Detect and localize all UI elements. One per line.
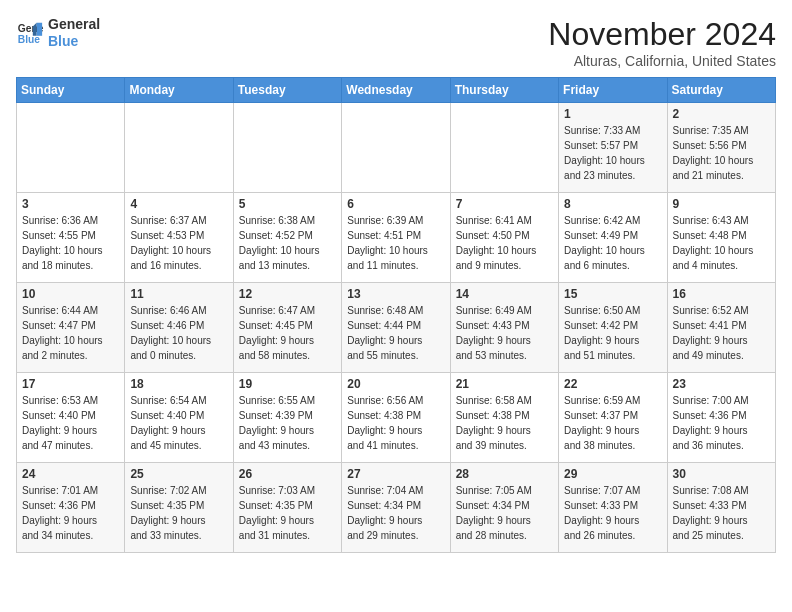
week-row-2: 10Sunrise: 6:44 AM Sunset: 4:47 PM Dayli… <box>17 283 776 373</box>
day-number: 19 <box>239 377 336 391</box>
day-cell: 2Sunrise: 7:35 AM Sunset: 5:56 PM Daylig… <box>667 103 775 193</box>
week-row-3: 17Sunrise: 6:53 AM Sunset: 4:40 PM Dayli… <box>17 373 776 463</box>
day-number: 9 <box>673 197 770 211</box>
week-row-0: 1Sunrise: 7:33 AM Sunset: 5:57 PM Daylig… <box>17 103 776 193</box>
header-thursday: Thursday <box>450 78 558 103</box>
day-cell: 30Sunrise: 7:08 AM Sunset: 4:33 PM Dayli… <box>667 463 775 553</box>
day-cell: 14Sunrise: 6:49 AM Sunset: 4:43 PM Dayli… <box>450 283 558 373</box>
logo-icon: General Blue <box>16 19 44 47</box>
day-info: Sunrise: 6:42 AM Sunset: 4:49 PM Dayligh… <box>564 213 661 273</box>
day-number: 24 <box>22 467 119 481</box>
day-cell: 10Sunrise: 6:44 AM Sunset: 4:47 PM Dayli… <box>17 283 125 373</box>
day-cell: 19Sunrise: 6:55 AM Sunset: 4:39 PM Dayli… <box>233 373 341 463</box>
day-number: 6 <box>347 197 444 211</box>
header-tuesday: Tuesday <box>233 78 341 103</box>
day-info: Sunrise: 6:56 AM Sunset: 4:38 PM Dayligh… <box>347 393 444 453</box>
day-number: 2 <box>673 107 770 121</box>
day-number: 28 <box>456 467 553 481</box>
header-sunday: Sunday <box>17 78 125 103</box>
day-info: Sunrise: 7:04 AM Sunset: 4:34 PM Dayligh… <box>347 483 444 543</box>
day-cell: 11Sunrise: 6:46 AM Sunset: 4:46 PM Dayli… <box>125 283 233 373</box>
day-number: 4 <box>130 197 227 211</box>
logo-line1: General <box>48 16 100 33</box>
day-info: Sunrise: 7:02 AM Sunset: 4:35 PM Dayligh… <box>130 483 227 543</box>
calendar-header: SundayMondayTuesdayWednesdayThursdayFrid… <box>17 78 776 103</box>
day-cell: 15Sunrise: 6:50 AM Sunset: 4:42 PM Dayli… <box>559 283 667 373</box>
day-info: Sunrise: 6:44 AM Sunset: 4:47 PM Dayligh… <box>22 303 119 363</box>
day-cell: 8Sunrise: 6:42 AM Sunset: 4:49 PM Daylig… <box>559 193 667 283</box>
day-number: 3 <box>22 197 119 211</box>
day-number: 18 <box>130 377 227 391</box>
calendar-title: November 2024 <box>548 16 776 53</box>
day-number: 22 <box>564 377 661 391</box>
day-number: 26 <box>239 467 336 481</box>
week-row-1: 3Sunrise: 6:36 AM Sunset: 4:55 PM Daylig… <box>17 193 776 283</box>
day-cell: 13Sunrise: 6:48 AM Sunset: 4:44 PM Dayli… <box>342 283 450 373</box>
title-area: November 2024 Alturas, California, Unite… <box>548 16 776 69</box>
day-info: Sunrise: 7:33 AM Sunset: 5:57 PM Dayligh… <box>564 123 661 183</box>
day-number: 7 <box>456 197 553 211</box>
day-cell: 22Sunrise: 6:59 AM Sunset: 4:37 PM Dayli… <box>559 373 667 463</box>
day-cell: 18Sunrise: 6:54 AM Sunset: 4:40 PM Dayli… <box>125 373 233 463</box>
day-number: 21 <box>456 377 553 391</box>
day-number: 29 <box>564 467 661 481</box>
day-info: Sunrise: 6:55 AM Sunset: 4:39 PM Dayligh… <box>239 393 336 453</box>
header-friday: Friday <box>559 78 667 103</box>
day-info: Sunrise: 6:41 AM Sunset: 4:50 PM Dayligh… <box>456 213 553 273</box>
day-info: Sunrise: 6:52 AM Sunset: 4:41 PM Dayligh… <box>673 303 770 363</box>
day-info: Sunrise: 7:35 AM Sunset: 5:56 PM Dayligh… <box>673 123 770 183</box>
day-info: Sunrise: 6:48 AM Sunset: 4:44 PM Dayligh… <box>347 303 444 363</box>
calendar-subtitle: Alturas, California, United States <box>548 53 776 69</box>
day-cell: 21Sunrise: 6:58 AM Sunset: 4:38 PM Dayli… <box>450 373 558 463</box>
header-monday: Monday <box>125 78 233 103</box>
day-cell: 28Sunrise: 7:05 AM Sunset: 4:34 PM Dayli… <box>450 463 558 553</box>
svg-text:Blue: Blue <box>18 34 41 45</box>
day-info: Sunrise: 6:59 AM Sunset: 4:37 PM Dayligh… <box>564 393 661 453</box>
day-info: Sunrise: 7:03 AM Sunset: 4:35 PM Dayligh… <box>239 483 336 543</box>
day-number: 1 <box>564 107 661 121</box>
day-cell: 25Sunrise: 7:02 AM Sunset: 4:35 PM Dayli… <box>125 463 233 553</box>
day-cell: 6Sunrise: 6:39 AM Sunset: 4:51 PM Daylig… <box>342 193 450 283</box>
day-number: 5 <box>239 197 336 211</box>
day-number: 23 <box>673 377 770 391</box>
day-info: Sunrise: 6:53 AM Sunset: 4:40 PM Dayligh… <box>22 393 119 453</box>
day-info: Sunrise: 6:37 AM Sunset: 4:53 PM Dayligh… <box>130 213 227 273</box>
day-cell <box>233 103 341 193</box>
calendar-table: SundayMondayTuesdayWednesdayThursdayFrid… <box>16 77 776 553</box>
day-info: Sunrise: 7:01 AM Sunset: 4:36 PM Dayligh… <box>22 483 119 543</box>
day-cell: 4Sunrise: 6:37 AM Sunset: 4:53 PM Daylig… <box>125 193 233 283</box>
day-number: 20 <box>347 377 444 391</box>
day-cell <box>125 103 233 193</box>
day-number: 27 <box>347 467 444 481</box>
day-info: Sunrise: 7:07 AM Sunset: 4:33 PM Dayligh… <box>564 483 661 543</box>
day-cell: 9Sunrise: 6:43 AM Sunset: 4:48 PM Daylig… <box>667 193 775 283</box>
day-info: Sunrise: 6:54 AM Sunset: 4:40 PM Dayligh… <box>130 393 227 453</box>
day-cell <box>17 103 125 193</box>
day-number: 17 <box>22 377 119 391</box>
day-cell: 12Sunrise: 6:47 AM Sunset: 4:45 PM Dayli… <box>233 283 341 373</box>
week-row-4: 24Sunrise: 7:01 AM Sunset: 4:36 PM Dayli… <box>17 463 776 553</box>
day-cell: 5Sunrise: 6:38 AM Sunset: 4:52 PM Daylig… <box>233 193 341 283</box>
svg-marker-2 <box>37 23 43 36</box>
day-cell <box>450 103 558 193</box>
day-cell: 3Sunrise: 6:36 AM Sunset: 4:55 PM Daylig… <box>17 193 125 283</box>
day-number: 12 <box>239 287 336 301</box>
day-info: Sunrise: 6:58 AM Sunset: 4:38 PM Dayligh… <box>456 393 553 453</box>
day-number: 8 <box>564 197 661 211</box>
header-wednesday: Wednesday <box>342 78 450 103</box>
day-cell: 27Sunrise: 7:04 AM Sunset: 4:34 PM Dayli… <box>342 463 450 553</box>
day-cell: 26Sunrise: 7:03 AM Sunset: 4:35 PM Dayli… <box>233 463 341 553</box>
day-info: Sunrise: 6:43 AM Sunset: 4:48 PM Dayligh… <box>673 213 770 273</box>
day-cell: 23Sunrise: 7:00 AM Sunset: 4:36 PM Dayli… <box>667 373 775 463</box>
header-saturday: Saturday <box>667 78 775 103</box>
day-number: 14 <box>456 287 553 301</box>
day-number: 16 <box>673 287 770 301</box>
logo-line2: Blue <box>48 33 100 50</box>
header-row: SundayMondayTuesdayWednesdayThursdayFrid… <box>17 78 776 103</box>
day-cell: 16Sunrise: 6:52 AM Sunset: 4:41 PM Dayli… <box>667 283 775 373</box>
day-info: Sunrise: 6:49 AM Sunset: 4:43 PM Dayligh… <box>456 303 553 363</box>
day-number: 11 <box>130 287 227 301</box>
day-number: 30 <box>673 467 770 481</box>
day-info: Sunrise: 6:39 AM Sunset: 4:51 PM Dayligh… <box>347 213 444 273</box>
day-info: Sunrise: 6:46 AM Sunset: 4:46 PM Dayligh… <box>130 303 227 363</box>
